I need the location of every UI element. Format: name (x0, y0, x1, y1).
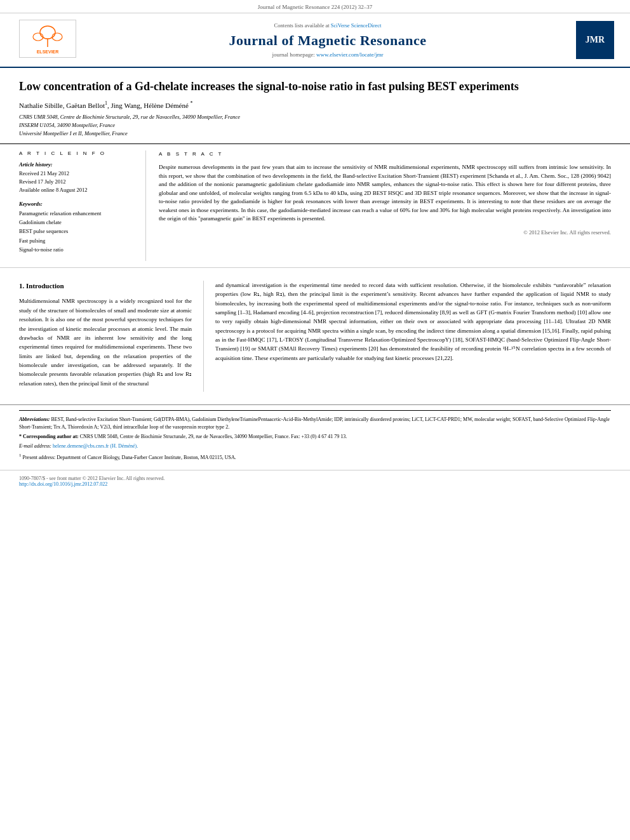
received-date: Received 21 May 2012 (19, 170, 133, 178)
abstract-col: A B S T R A C T Despite numerous develop… (146, 150, 611, 260)
abbreviations-footnote: Abbreviations: BEST, Band-selective Exci… (19, 416, 611, 431)
section-1-heading: 1. Introduction (19, 281, 192, 292)
jmr-logo: JMR (576, 21, 614, 59)
footnotes-divider (19, 410, 611, 411)
header-left: ELSEVIER (13, 20, 83, 60)
article-info-label: A R T I C L E I N F O (19, 150, 133, 156)
copyright-line: © 2012 Elsevier Inc. All rights reserved… (159, 229, 611, 237)
body-section: 1. Introduction Multidimensional NMR spe… (0, 268, 630, 405)
header-section: ELSEVIER Contents lists available at Sci… (0, 13, 630, 68)
article-affiliations: CNRS UMR 5048, Centre de Biochimie Struc… (19, 113, 611, 137)
journal-bar: Journal of Magnetic Resonance 224 (2012)… (0, 0, 630, 13)
elsevier-logo: ELSEVIER (19, 20, 76, 58)
header-right: JMR (573, 20, 617, 60)
footnotes-area: Abbreviations: BEST, Band-selective Exci… (0, 404, 630, 470)
body-left-para: Multidimensional NMR spectroscopy is a w… (19, 297, 192, 388)
keyword-5: Signal-to-noise ratio (19, 245, 133, 254)
affiliation-1: CNRS UMR 5048, Centre de Biochimie Struc… (19, 113, 611, 121)
keyword-1: Paramagnetic relaxation enhancement (19, 209, 133, 218)
keyword-2: Gadolinium chelate (19, 218, 133, 227)
email-footnote: E-mail address: helene.demene@cbs.cnrs.f… (19, 443, 611, 450)
journal-homepage-link[interactable]: www.elsevier.com/locate/jmr (316, 51, 383, 58)
footnote-1: 1 Present address: Department of Cancer … (19, 452, 611, 462)
article-title-section: Low concentration of a Gd-chelate increa… (0, 68, 630, 144)
abstract-label: A B S T R A C T (159, 150, 611, 158)
journal-citation: Journal of Magnetic Resonance 224 (2012)… (258, 4, 372, 10)
article-history: Article history: Received 21 May 2012 Re… (19, 161, 133, 194)
affiliation-3: Université Montpellier I et II, Montpell… (19, 130, 611, 138)
article-authors: Nathalie Sibille, Gaëtan Bellot1, Jing W… (19, 100, 611, 109)
keywords-list: Paramagnetic relaxation enhancement Gado… (19, 209, 133, 255)
sciverse-link[interactable]: SciVerse ScienceDirect (331, 22, 382, 29)
keyword-3: BEST pulse sequences (19, 227, 133, 236)
article-title: Low concentration of a Gd-chelate increa… (19, 79, 611, 94)
available-date: Available online 8 August 2012 (19, 186, 133, 194)
page-container: Journal of Magnetic Resonance 224 (2012)… (0, 0, 630, 840)
bottom-bar: 1090-7807/$ - see front matter © 2012 El… (0, 470, 630, 492)
keyword-4: Fast pulsing (19, 236, 133, 245)
issn-line: 1090-7807/$ - see front matter © 2012 El… (19, 476, 611, 481)
journal-title: Journal of Magnetic Resonance (229, 32, 427, 49)
revised-date: Revised 17 July 2012 (19, 178, 133, 186)
article-info-abstract-section: A R T I C L E I N F O Article history: R… (0, 144, 630, 267)
corresponding-footnote: * Corresponding author at: CNRS UMR 5048… (19, 433, 611, 441)
header-center: Contents lists available at SciVerse Sci… (89, 20, 566, 60)
article-info-col: A R T I C L E I N F O Article history: R… (19, 150, 146, 260)
history-label: Article history: (19, 161, 133, 168)
journal-homepage: journal homepage: www.elsevier.com/locat… (272, 51, 384, 58)
keywords-section: Keywords: Paramagnetic relaxation enhanc… (19, 201, 133, 255)
affiliation-2: INSERM U1054, 34090 Montpellier, France (19, 121, 611, 130)
body-left-col: 1. Introduction Multidimensional NMR spe… (19, 281, 203, 392)
email-link[interactable]: helene.demene@cbs.cnrs.fr (H. Déméné). (53, 443, 138, 449)
sciverse-line: Contents lists available at SciVerse Sci… (274, 22, 382, 29)
svg-text:ELSEVIER: ELSEVIER (37, 50, 59, 54)
body-right-col: and dynamical investigation is the exper… (203, 281, 611, 392)
doi-link[interactable]: http://dx.doi.org/10.1016/j.jmr.2012.07.… (19, 481, 107, 487)
body-right-para: and dynamical investigation is the exper… (215, 281, 611, 363)
abstract-text: Despite numerous developments in the pas… (159, 163, 611, 223)
keywords-label: Keywords: (19, 201, 133, 207)
